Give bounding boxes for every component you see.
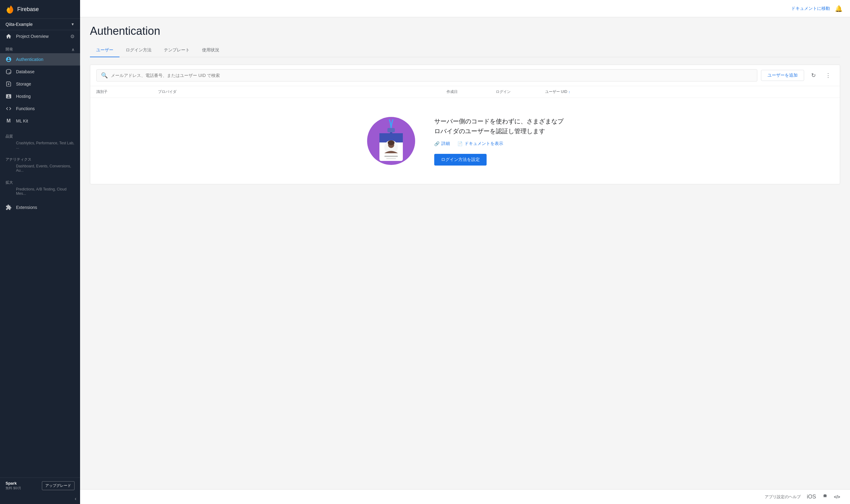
users-panel: 🔍 ユーザーを追加 ↻ ⋮ 識別子 プロバイダ 作成日 ログイン ユーザー UI…: [90, 65, 840, 184]
mlkit-icon: M: [5, 118, 12, 124]
sidebar-item-project-overview[interactable]: Project Overview ⚙: [0, 30, 80, 42]
empty-state: サーバー側のコードを使わずに、さまざまなプロバイダのユーザーを認証し管理します …: [90, 98, 840, 184]
quality-sub: Crashlytics, Performance, Test Lab, ...: [0, 140, 80, 152]
code-icon[interactable]: </>: [834, 494, 840, 499]
refresh-button[interactable]: ↻: [808, 70, 819, 81]
sidebar-item-functions[interactable]: Functions: [0, 103, 80, 115]
svg-rect-3: [387, 128, 395, 132]
spark-bar: Spark 無料 $0/月 アップグレード: [0, 478, 80, 493]
sidebar-item-extensions[interactable]: Extensions: [0, 201, 80, 214]
col-identifier: 識別子: [97, 89, 158, 94]
empty-illustration: [366, 116, 416, 165]
spark-info: Spark 無料 $0/月: [5, 481, 21, 490]
topbar-right: ドキュメントに移動 🔔: [791, 5, 843, 12]
main-content: ドキュメントに移動 🔔 Authentication ユーザー ログイン方法 テ…: [80, 0, 850, 504]
sidebar-header: Firebase: [0, 0, 80, 19]
sidebar-item-hosting[interactable]: Hosting: [0, 90, 80, 103]
topbar: ドキュメントに移動 🔔: [80, 0, 850, 17]
storage-label: Storage: [16, 82, 31, 87]
col-login: ログイン: [496, 89, 545, 94]
empty-title: サーバー側のコードを使わずに、さまざまなプロバイダのユーザーを認証し管理します: [434, 116, 563, 136]
users-toolbar: 🔍 ユーザーを追加 ↻ ⋮: [90, 65, 840, 86]
collapse-sidebar-button[interactable]: ‹: [0, 493, 80, 504]
spark-sub: 無料 $0/月: [5, 486, 21, 490]
spark-plan: Spark: [5, 481, 21, 486]
docs-link[interactable]: 📄 ドキュメントを表示: [457, 141, 503, 146]
col-created: 作成日: [447, 89, 496, 94]
extensions-icon: [5, 204, 12, 211]
authentication-icon: [5, 56, 12, 62]
col-uid[interactable]: ユーザー UID ↑: [545, 89, 834, 94]
functions-icon: [5, 106, 12, 112]
tab-templates[interactable]: テンプレート: [158, 44, 196, 57]
database-icon: [5, 69, 12, 75]
hosting-label: Hosting: [16, 94, 31, 99]
tab-usage[interactable]: 使用状況: [196, 44, 225, 57]
settings-icon[interactable]: ⚙: [70, 34, 74, 39]
project-dropdown-icon: ▼: [71, 22, 74, 26]
app-title: Firebase: [17, 6, 39, 13]
section-develop: 開発 ∧: [0, 42, 80, 53]
setup-signin-button[interactable]: ログイン方法を設定: [434, 154, 487, 165]
analytics-sub: Dashboard, Events, Conversions, Au...: [0, 163, 80, 176]
tab-users[interactable]: ユーザー: [90, 44, 120, 57]
empty-links: 🔗 詳細 📄 ドキュメントを表示: [434, 141, 563, 146]
section-quality: 品質: [0, 129, 80, 140]
add-user-button[interactable]: ユーザーを追加: [761, 70, 804, 81]
mlkit-label: ML Kit: [16, 119, 28, 123]
tabs: ユーザー ログイン方法 テンプレート 使用状況: [90, 44, 840, 57]
sidebar-item-mlkit[interactable]: M ML Kit: [0, 115, 80, 127]
docs-link[interactable]: ドキュメントに移動: [791, 6, 830, 12]
upgrade-button[interactable]: アップグレード: [42, 481, 74, 490]
authentication-label: Authentication: [16, 57, 44, 62]
android-icon[interactable]: [822, 493, 828, 500]
section-expand: 拡大: [0, 176, 80, 186]
table-header: 識別子 プロバイダ 作成日 ログイン ユーザー UID ↑: [90, 86, 840, 98]
search-bar[interactable]: 🔍: [97, 69, 757, 82]
firebase-flame-icon: [5, 5, 14, 14]
hosting-icon: [5, 93, 12, 100]
docs-link-icon: 📄: [457, 141, 463, 146]
ios-icon[interactable]: iOS: [807, 493, 816, 500]
functions-label: Functions: [16, 106, 35, 111]
more-options-button[interactable]: ⋮: [822, 70, 834, 81]
database-label: Database: [16, 69, 34, 74]
collapse-icon: ‹: [75, 496, 76, 502]
project-overview-label: Project Overview: [16, 34, 49, 39]
detail-link-icon: 🔗: [434, 141, 439, 146]
project-selector[interactable]: Qiita-Example ▼: [0, 19, 80, 30]
svg-point-10: [388, 140, 395, 145]
expand-sub: Predictions, A/B Testing, Cloud Mes...: [0, 186, 80, 199]
firebase-logo: Firebase: [5, 5, 39, 14]
sidebar-item-database[interactable]: Database: [0, 66, 80, 78]
sidebar: Firebase Qiita-Example ▼ Project Overvie…: [0, 0, 80, 504]
storage-icon: [5, 81, 12, 87]
sort-arrow-uid: ↑: [569, 90, 570, 94]
extensions-label: Extensions: [16, 205, 37, 210]
project-name: Qiita-Example: [5, 22, 71, 27]
section-analytics: アナリティクス: [0, 152, 80, 163]
chevron-up-icon: ∧: [71, 47, 74, 52]
home-icon: [5, 33, 12, 39]
page-content: Authentication ユーザー ログイン方法 テンプレート 使用状況 🔍…: [80, 17, 850, 489]
page-title: Authentication: [90, 24, 840, 38]
svg-rect-12: [386, 158, 396, 159]
svg-rect-11: [384, 156, 398, 157]
notification-icon[interactable]: 🔔: [835, 5, 843, 12]
search-icon: 🔍: [101, 72, 108, 79]
tab-signin[interactable]: ログイン方法: [120, 44, 158, 57]
search-input[interactable]: [111, 73, 753, 78]
app-settings-help-link[interactable]: アプリ設定のヘルプ: [765, 494, 801, 500]
sidebar-item-storage[interactable]: Storage: [0, 78, 80, 90]
empty-content: サーバー側のコードを使わずに、さまざまなプロバイダのユーザーを認証し管理します …: [434, 116, 563, 165]
main-footer: アプリ設定のヘルプ iOS </>: [80, 489, 850, 504]
sidebar-item-authentication[interactable]: Authentication: [0, 53, 80, 66]
detail-link[interactable]: 🔗 詳細: [434, 141, 450, 146]
col-provider: プロバイダ: [158, 89, 447, 94]
